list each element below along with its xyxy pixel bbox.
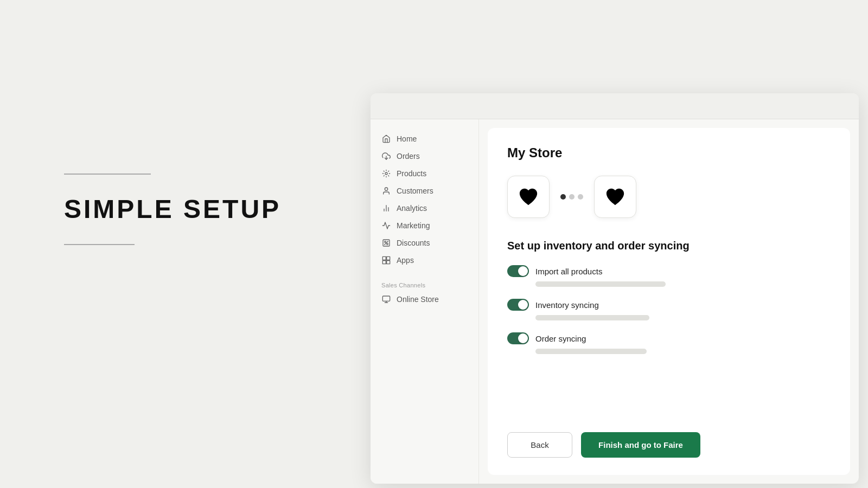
toggle-import-products[interactable] xyxy=(507,265,529,277)
svg-rect-12 xyxy=(382,261,386,264)
sidebar: Home Orders Products xyxy=(371,119,479,484)
heart-icon-right xyxy=(605,187,626,207)
headline: SIMPLE SETUP xyxy=(64,196,281,222)
sync-row-inventory: Inventory syncing xyxy=(507,299,831,311)
sidebar-label-online-store: Online Store xyxy=(397,295,439,304)
sidebar-label-marketing: Marketing xyxy=(397,221,430,230)
heart-icon-left xyxy=(518,187,539,207)
svg-point-2 xyxy=(385,188,387,190)
svg-rect-13 xyxy=(382,296,390,301)
sync-item-import: Import all products xyxy=(507,265,831,287)
decorative-line-top xyxy=(64,174,151,175)
sidebar-item-products[interactable]: Products xyxy=(371,165,478,182)
sync-subtext-inventory xyxy=(535,315,649,320)
sidebar-item-online-store[interactable]: Online Store xyxy=(371,291,478,308)
customers-icon xyxy=(381,186,391,196)
sync-item-inventory: Inventory syncing xyxy=(507,299,831,320)
left-branding: SIMPLE SETUP xyxy=(64,174,281,245)
sidebar-label-analytics: Analytics xyxy=(397,204,427,213)
sidebar-item-orders[interactable]: Orders xyxy=(371,147,478,165)
svg-rect-9 xyxy=(382,256,386,260)
sync-label-order: Order syncing xyxy=(535,334,586,343)
svg-point-6 xyxy=(385,241,386,243)
sync-row-order: Order syncing xyxy=(507,332,831,344)
svg-point-7 xyxy=(387,243,388,245)
sync-subtext-order xyxy=(535,349,647,354)
sync-subtext-import xyxy=(535,281,666,287)
browser-card: Home Orders Products xyxy=(371,93,859,484)
sidebar-label-orders: Orders xyxy=(397,152,420,160)
online-store-icon xyxy=(381,294,391,304)
sidebar-label-home: Home xyxy=(397,134,417,143)
sidebar-label-discounts: Discounts xyxy=(397,239,430,247)
icon-row xyxy=(507,176,831,218)
analytics-icon xyxy=(381,203,391,213)
store-title: My Store xyxy=(507,145,831,160)
icon-card-right xyxy=(594,176,636,218)
sidebar-item-apps[interactable]: Apps xyxy=(371,252,478,269)
browser-content: Home Orders Products xyxy=(371,119,859,484)
button-row: Back Finish and go to Faire xyxy=(507,415,831,458)
sync-section-title: Set up inventory and order syncing xyxy=(507,240,831,252)
orders-icon xyxy=(381,151,391,161)
sidebar-item-marketing[interactable]: Marketing xyxy=(371,217,478,234)
sync-label-inventory: Inventory syncing xyxy=(535,300,599,310)
browser-topbar xyxy=(371,93,859,119)
sidebar-item-analytics[interactable]: Analytics xyxy=(371,200,478,217)
sidebar-label-customers: Customers xyxy=(397,187,433,195)
sync-label-import: Import all products xyxy=(535,267,602,276)
svg-point-1 xyxy=(385,172,387,175)
icon-card-left xyxy=(507,176,550,218)
dot-1 xyxy=(560,194,566,200)
sales-channels-label: Sales Channels xyxy=(371,278,478,291)
decorative-line-bottom xyxy=(64,244,135,245)
discounts-icon xyxy=(381,238,391,248)
back-button[interactable]: Back xyxy=(507,432,572,458)
dot-3 xyxy=(578,194,583,200)
sidebar-label-apps: Apps xyxy=(397,256,414,265)
sidebar-item-home[interactable]: Home xyxy=(371,130,478,147)
apps-icon xyxy=(381,255,391,265)
sync-row-import: Import all products xyxy=(507,265,831,277)
svg-rect-10 xyxy=(387,256,390,260)
toggle-inventory-sync[interactable] xyxy=(507,299,529,311)
sidebar-item-customers[interactable]: Customers xyxy=(371,182,478,200)
connector-dots xyxy=(550,194,594,200)
svg-rect-11 xyxy=(387,261,390,264)
marketing-icon xyxy=(381,221,391,230)
sidebar-item-discounts[interactable]: Discounts xyxy=(371,234,478,252)
products-icon xyxy=(381,169,391,178)
sidebar-label-products: Products xyxy=(397,169,426,178)
finish-button[interactable]: Finish and go to Faire xyxy=(581,432,700,458)
sync-item-order: Order syncing xyxy=(507,332,831,354)
toggle-order-sync[interactable] xyxy=(507,332,529,344)
dot-2 xyxy=(569,194,575,200)
main-content: My Store xyxy=(488,128,850,475)
home-icon xyxy=(381,134,391,144)
